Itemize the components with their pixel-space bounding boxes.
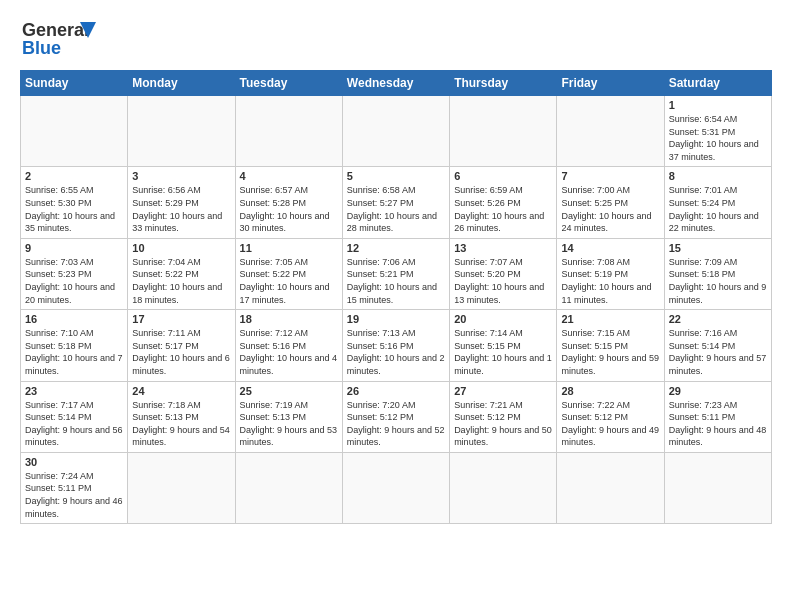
day-info: Sunrise: 7:05 AM Sunset: 5:22 PM Dayligh… (240, 256, 338, 306)
day-number: 16 (25, 313, 123, 325)
day-number: 9 (25, 242, 123, 254)
day-number: 2 (25, 170, 123, 182)
day-number: 18 (240, 313, 338, 325)
day-cell: 8Sunrise: 7:01 AM Sunset: 5:24 PM Daylig… (664, 167, 771, 238)
day-number: 28 (561, 385, 659, 397)
day-cell (450, 96, 557, 167)
col-header-thursday: Thursday (450, 71, 557, 96)
day-info: Sunrise: 6:55 AM Sunset: 5:30 PM Dayligh… (25, 184, 123, 234)
day-number: 15 (669, 242, 767, 254)
day-cell: 25Sunrise: 7:19 AM Sunset: 5:13 PM Dayli… (235, 381, 342, 452)
day-cell: 18Sunrise: 7:12 AM Sunset: 5:16 PM Dayli… (235, 310, 342, 381)
day-cell: 12Sunrise: 7:06 AM Sunset: 5:21 PM Dayli… (342, 238, 449, 309)
day-info: Sunrise: 7:09 AM Sunset: 5:18 PM Dayligh… (669, 256, 767, 306)
day-info: Sunrise: 6:54 AM Sunset: 5:31 PM Dayligh… (669, 113, 767, 163)
day-cell: 13Sunrise: 7:07 AM Sunset: 5:20 PM Dayli… (450, 238, 557, 309)
day-cell: 24Sunrise: 7:18 AM Sunset: 5:13 PM Dayli… (128, 381, 235, 452)
day-info: Sunrise: 6:58 AM Sunset: 5:27 PM Dayligh… (347, 184, 445, 234)
day-number: 4 (240, 170, 338, 182)
day-info: Sunrise: 7:16 AM Sunset: 5:14 PM Dayligh… (669, 327, 767, 377)
day-number: 8 (669, 170, 767, 182)
day-cell (342, 96, 449, 167)
day-cell: 4Sunrise: 6:57 AM Sunset: 5:28 PM Daylig… (235, 167, 342, 238)
day-info: Sunrise: 7:15 AM Sunset: 5:15 PM Dayligh… (561, 327, 659, 377)
day-info: Sunrise: 7:01 AM Sunset: 5:24 PM Dayligh… (669, 184, 767, 234)
day-cell: 9Sunrise: 7:03 AM Sunset: 5:23 PM Daylig… (21, 238, 128, 309)
week-row-4: 23Sunrise: 7:17 AM Sunset: 5:14 PM Dayli… (21, 381, 772, 452)
day-cell (450, 452, 557, 523)
day-info: Sunrise: 7:13 AM Sunset: 5:16 PM Dayligh… (347, 327, 445, 377)
calendar: SundayMondayTuesdayWednesdayThursdayFrid… (20, 70, 772, 524)
col-header-friday: Friday (557, 71, 664, 96)
day-number: 6 (454, 170, 552, 182)
day-number: 26 (347, 385, 445, 397)
day-cell: 23Sunrise: 7:17 AM Sunset: 5:14 PM Dayli… (21, 381, 128, 452)
day-info: Sunrise: 7:08 AM Sunset: 5:19 PM Dayligh… (561, 256, 659, 306)
day-number: 5 (347, 170, 445, 182)
col-header-saturday: Saturday (664, 71, 771, 96)
day-cell: 27Sunrise: 7:21 AM Sunset: 5:12 PM Dayli… (450, 381, 557, 452)
calendar-header-row: SundayMondayTuesdayWednesdayThursdayFrid… (21, 71, 772, 96)
day-info: Sunrise: 7:24 AM Sunset: 5:11 PM Dayligh… (25, 470, 123, 520)
day-cell: 10Sunrise: 7:04 AM Sunset: 5:22 PM Dayli… (128, 238, 235, 309)
day-number: 29 (669, 385, 767, 397)
day-cell: 2Sunrise: 6:55 AM Sunset: 5:30 PM Daylig… (21, 167, 128, 238)
day-cell: 15Sunrise: 7:09 AM Sunset: 5:18 PM Dayli… (664, 238, 771, 309)
day-info: Sunrise: 7:07 AM Sunset: 5:20 PM Dayligh… (454, 256, 552, 306)
day-cell: 16Sunrise: 7:10 AM Sunset: 5:18 PM Dayli… (21, 310, 128, 381)
day-number: 21 (561, 313, 659, 325)
day-cell: 3Sunrise: 6:56 AM Sunset: 5:29 PM Daylig… (128, 167, 235, 238)
day-info: Sunrise: 7:04 AM Sunset: 5:22 PM Dayligh… (132, 256, 230, 306)
day-info: Sunrise: 7:19 AM Sunset: 5:13 PM Dayligh… (240, 399, 338, 449)
day-number: 19 (347, 313, 445, 325)
day-cell: 30Sunrise: 7:24 AM Sunset: 5:11 PM Dayli… (21, 452, 128, 523)
day-info: Sunrise: 7:10 AM Sunset: 5:18 PM Dayligh… (25, 327, 123, 377)
day-info: Sunrise: 7:23 AM Sunset: 5:11 PM Dayligh… (669, 399, 767, 449)
day-cell: 26Sunrise: 7:20 AM Sunset: 5:12 PM Dayli… (342, 381, 449, 452)
day-info: Sunrise: 6:59 AM Sunset: 5:26 PM Dayligh… (454, 184, 552, 234)
day-info: Sunrise: 7:00 AM Sunset: 5:25 PM Dayligh… (561, 184, 659, 234)
day-cell: 29Sunrise: 7:23 AM Sunset: 5:11 PM Dayli… (664, 381, 771, 452)
day-cell: 14Sunrise: 7:08 AM Sunset: 5:19 PM Dayli… (557, 238, 664, 309)
day-number: 11 (240, 242, 338, 254)
header: GeneralBlue (20, 16, 772, 60)
col-header-sunday: Sunday (21, 71, 128, 96)
page: GeneralBlue SundayMondayTuesdayWednesday… (0, 0, 792, 534)
day-cell (664, 452, 771, 523)
col-header-tuesday: Tuesday (235, 71, 342, 96)
day-info: Sunrise: 7:21 AM Sunset: 5:12 PM Dayligh… (454, 399, 552, 449)
day-cell: 1Sunrise: 6:54 AM Sunset: 5:31 PM Daylig… (664, 96, 771, 167)
day-number: 10 (132, 242, 230, 254)
day-number: 30 (25, 456, 123, 468)
day-cell (21, 96, 128, 167)
week-row-1: 2Sunrise: 6:55 AM Sunset: 5:30 PM Daylig… (21, 167, 772, 238)
day-cell (235, 452, 342, 523)
day-cell (128, 96, 235, 167)
day-number: 1 (669, 99, 767, 111)
day-number: 25 (240, 385, 338, 397)
day-number: 13 (454, 242, 552, 254)
day-cell (128, 452, 235, 523)
day-number: 22 (669, 313, 767, 325)
logo-svg: GeneralBlue (20, 16, 100, 60)
day-cell: 5Sunrise: 6:58 AM Sunset: 5:27 PM Daylig… (342, 167, 449, 238)
day-info: Sunrise: 7:11 AM Sunset: 5:17 PM Dayligh… (132, 327, 230, 377)
day-info: Sunrise: 7:03 AM Sunset: 5:23 PM Dayligh… (25, 256, 123, 306)
day-cell: 17Sunrise: 7:11 AM Sunset: 5:17 PM Dayli… (128, 310, 235, 381)
day-info: Sunrise: 7:12 AM Sunset: 5:16 PM Dayligh… (240, 327, 338, 377)
day-cell: 19Sunrise: 7:13 AM Sunset: 5:16 PM Dayli… (342, 310, 449, 381)
day-cell (557, 452, 664, 523)
day-info: Sunrise: 7:22 AM Sunset: 5:12 PM Dayligh… (561, 399, 659, 449)
logo: GeneralBlue (20, 16, 100, 60)
day-cell: 11Sunrise: 7:05 AM Sunset: 5:22 PM Dayli… (235, 238, 342, 309)
day-cell: 20Sunrise: 7:14 AM Sunset: 5:15 PM Dayli… (450, 310, 557, 381)
week-row-3: 16Sunrise: 7:10 AM Sunset: 5:18 PM Dayli… (21, 310, 772, 381)
col-header-wednesday: Wednesday (342, 71, 449, 96)
day-number: 24 (132, 385, 230, 397)
day-info: Sunrise: 7:18 AM Sunset: 5:13 PM Dayligh… (132, 399, 230, 449)
day-number: 3 (132, 170, 230, 182)
day-info: Sunrise: 6:56 AM Sunset: 5:29 PM Dayligh… (132, 184, 230, 234)
day-cell (342, 452, 449, 523)
day-cell: 22Sunrise: 7:16 AM Sunset: 5:14 PM Dayli… (664, 310, 771, 381)
day-info: Sunrise: 7:20 AM Sunset: 5:12 PM Dayligh… (347, 399, 445, 449)
